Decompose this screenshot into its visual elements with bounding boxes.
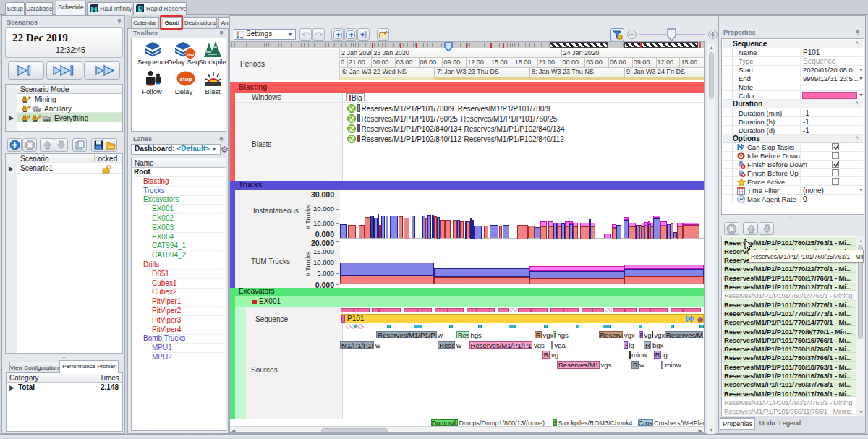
svg-text:stop: stop (187, 52, 195, 56)
svg-text:stop: stop (180, 76, 192, 82)
